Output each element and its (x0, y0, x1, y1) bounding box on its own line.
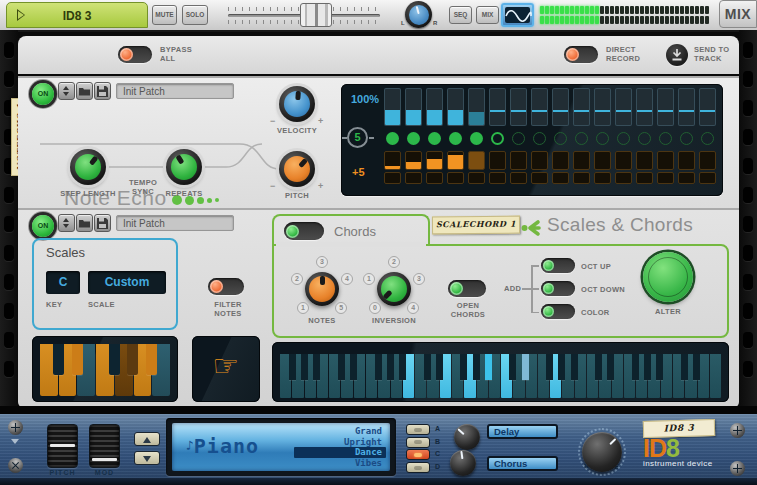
echo-step[interactable] (447, 88, 464, 188)
echo-step[interactable] (699, 88, 716, 188)
chords-section (272, 244, 729, 338)
direct-record-toggle[interactable] (564, 46, 598, 63)
save-icon (97, 218, 108, 229)
patch-browse-button[interactable] (76, 82, 93, 100)
note-echo-patch-name[interactable]: Init Patch (116, 83, 234, 99)
screw-icon (8, 420, 23, 435)
piano-key (656, 354, 663, 380)
fx2-display[interactable]: Chorus (487, 456, 558, 471)
track-tab[interactable]: ID8 3 (6, 2, 148, 28)
patch-save-button[interactable] (94, 82, 111, 100)
piano-key (632, 354, 639, 380)
patch-down-button[interactable] (134, 451, 160, 465)
piano-key (109, 344, 120, 375)
piano-key (607, 354, 614, 380)
screw-icon (730, 461, 745, 476)
piano-key (473, 354, 480, 380)
fx1-display[interactable]: Delay (487, 424, 558, 439)
patch-spinner[interactable] (58, 214, 75, 232)
mix-button[interactable]: MIX (476, 6, 499, 24)
velocity-plus: + (318, 116, 323, 126)
piano-key (546, 354, 553, 380)
chord-hand-display: ☞ (192, 336, 260, 402)
echo-step[interactable] (384, 88, 401, 188)
fader-handle[interactable] (300, 3, 332, 27)
bypass-all-label: BYPASS ALL (160, 45, 206, 63)
patch-browse-button[interactable] (76, 214, 93, 232)
velocity-knob[interactable] (279, 86, 315, 122)
echo-step[interactable] (594, 88, 611, 188)
solo-button[interactable]: SOLO (182, 5, 208, 25)
step-length-knob[interactable] (70, 149, 106, 185)
piano-key (595, 354, 602, 380)
fold-triangle-icon[interactable] (11, 439, 19, 444)
scales-chords-power-button[interactable]: ON (32, 215, 54, 237)
piano-key (710, 354, 721, 398)
mix-channel-tab[interactable]: MIX (719, 0, 757, 28)
pitch-wheel-label: PITCH (47, 469, 78, 476)
note-icon: ♪ (186, 438, 194, 453)
scale-display[interactable]: Custom (88, 271, 166, 294)
patch-save-button[interactable] (94, 214, 111, 232)
patch-spinner[interactable] (58, 82, 75, 100)
send-to-track-button[interactable] (666, 44, 688, 66)
mute-button[interactable]: MUTE (152, 5, 177, 25)
piano-key (460, 354, 467, 380)
echo-step[interactable] (510, 88, 527, 188)
save-icon (97, 86, 108, 97)
echo-step[interactable] (636, 88, 653, 188)
bank-button-a[interactable] (406, 424, 430, 435)
reason-rack: ID8 3 MUTE SOLO L R SEQ MIX MIX NOTEECHO… (0, 0, 757, 485)
waveform-display-button[interactable] (501, 3, 534, 27)
bypass-all-toggle[interactable] (118, 46, 152, 63)
volume-knob[interactable] (582, 432, 622, 472)
echo-step[interactable] (573, 88, 590, 188)
echo-step[interactable] (489, 88, 506, 188)
echo-step[interactable] (531, 88, 548, 188)
piano-key (436, 354, 443, 380)
scales-chords-patch-name[interactable]: Init Patch (116, 215, 234, 231)
piano-key (681, 354, 688, 380)
piano-key (72, 344, 83, 375)
echo-step[interactable] (678, 88, 695, 188)
pan-left-label: L (401, 20, 405, 26)
piano-key (146, 344, 157, 375)
mod-wheel[interactable] (89, 424, 120, 468)
lcd-list-item: Upright (294, 437, 386, 448)
pitch-minus: − (270, 181, 275, 191)
key-display[interactable]: C (46, 271, 80, 294)
pitch-knob[interactable] (279, 151, 315, 187)
piano-key (509, 354, 516, 380)
velocity-minus: − (270, 116, 275, 126)
repeats-knob[interactable] (166, 149, 202, 185)
bank-button-b[interactable] (406, 437, 430, 448)
chords-toggle[interactable] (284, 222, 324, 240)
echo-step[interactable] (426, 88, 443, 188)
fx2-amount-knob[interactable] (450, 450, 476, 476)
echo-step[interactable] (615, 88, 632, 188)
lcd-patch-name: ♪Piano (186, 434, 259, 458)
bank-button-c[interactable] (406, 449, 430, 460)
scale-label: SCALE (88, 300, 115, 309)
pitch-wheel[interactable] (47, 424, 78, 468)
fx1-amount-knob[interactable] (454, 424, 480, 450)
piano-key (350, 354, 357, 380)
echo-step[interactable] (657, 88, 674, 188)
bank-button-d[interactable] (406, 462, 430, 473)
note-echo-power-button[interactable]: ON (32, 83, 54, 105)
seq-button[interactable]: SEQ (449, 6, 472, 24)
scales-title: Scales (46, 245, 85, 260)
scale-keyboard-display (32, 336, 178, 402)
echo-step-grid[interactable] (384, 88, 720, 188)
echo-step[interactable] (552, 88, 569, 188)
screw-icon (730, 423, 745, 438)
echo-step[interactable] (405, 88, 422, 188)
echo-step[interactable] (468, 88, 485, 188)
key-label: KEY (46, 300, 62, 309)
rack-rail-right (739, 30, 757, 408)
filter-notes-toggle[interactable] (208, 278, 244, 295)
pan-knob[interactable] (405, 1, 432, 28)
patch-up-button[interactable] (134, 432, 160, 446)
scales-chords-logo-icon (521, 219, 543, 237)
piano-key (387, 354, 394, 380)
